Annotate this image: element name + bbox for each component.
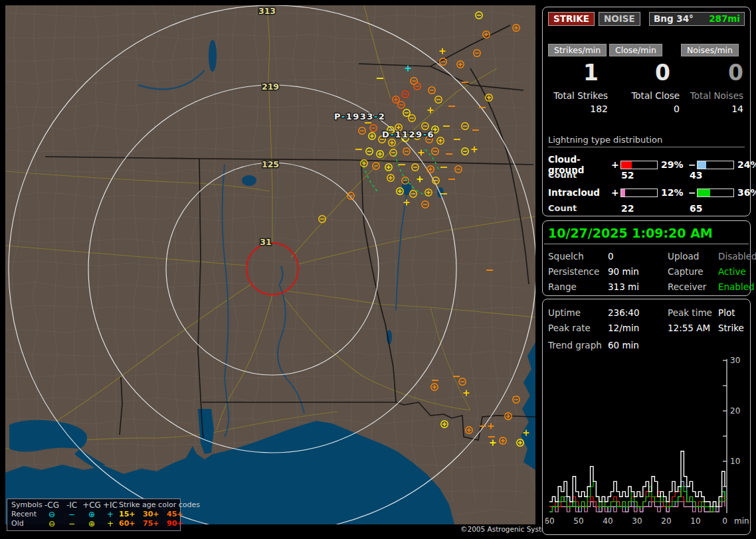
capture-status: Active	[718, 266, 756, 277]
receiver-status: Enabled	[718, 281, 756, 292]
storm-cell-label: P-1933-2	[334, 112, 385, 121]
peak-time-value: 12:55 AM	[668, 323, 718, 333]
noise-indicator-button[interactable]: NOISE	[599, 12, 640, 26]
minus-sign: −	[688, 187, 697, 198]
circle-minus-icon: ⊖	[42, 510, 62, 519]
plus-icon: +	[102, 519, 119, 528]
plot-label: Plot	[718, 307, 745, 318]
intracloud-counts: Count 22 65	[548, 203, 745, 214]
count-label: Count	[548, 170, 621, 181]
ic-negative-pct: 36%	[734, 187, 756, 198]
uptime-label: Uptime	[548, 307, 608, 318]
ic-positive-pct: 12%	[658, 187, 688, 198]
persistence-value: 90 min	[608, 266, 668, 277]
statistics-panel: Uptime 236:40 Peak time Plot Peak rate 1…	[542, 299, 751, 535]
upload-label: Upload	[668, 251, 718, 262]
bar-fill	[698, 189, 710, 196]
trend-graph-chart: 1020306050403020100min	[545, 356, 749, 530]
squelch-label: Squelch	[548, 251, 608, 262]
bar-fill	[621, 189, 625, 196]
legend-col-neg-cg: -CG	[42, 501, 62, 510]
svg-text:min: min	[734, 516, 749, 526]
age-90: 90+	[167, 519, 185, 528]
bar-fill	[621, 161, 632, 169]
noises-per-min-button[interactable]: Noises/min	[681, 44, 739, 56]
range-label: Range	[548, 281, 608, 292]
minus-icon: −	[62, 519, 82, 528]
range-value: 313 mi	[608, 281, 668, 292]
cg-negative-pct: 24%	[734, 159, 756, 170]
strikes-per-min-button[interactable]: Strikes/min	[548, 44, 607, 56]
age-60: 60+	[119, 519, 143, 528]
svg-text:30: 30	[730, 356, 740, 365]
cg-positive-bar	[620, 161, 658, 169]
circle-plus-icon: ⊕	[82, 510, 102, 519]
peak-rate-value: 12/min	[608, 323, 668, 333]
total-noises-label: Total Noises	[681, 90, 745, 101]
ic-positive-bar	[620, 189, 658, 197]
persistence-label: Persistence	[548, 266, 608, 277]
ring-label-31: 31	[260, 237, 271, 247]
total-strikes-value: 182	[548, 104, 609, 114]
svg-text:60: 60	[545, 516, 555, 526]
upload-status: Disabled	[718, 251, 756, 262]
status-panel: 10/27/2025 1:09:20 AM Squelch 0 Upload D…	[542, 220, 751, 296]
bearing-value: Bng 34°	[654, 13, 694, 25]
close-per-min-button[interactable]: Close/min	[609, 44, 662, 56]
trend-graph-value: 60 min	[608, 340, 668, 350]
lightning-map[interactable]: 313 219 125 31 P-1933-2D-1129-6	[5, 5, 535, 524]
cg-positive-count: 52	[621, 170, 690, 181]
bearing-distance-display: Bng 34° 287mi	[649, 12, 745, 26]
ic-positive-count: 22	[621, 203, 690, 214]
legend-col-pos-ic: +IC	[102, 501, 119, 510]
svg-text:20: 20	[730, 406, 740, 416]
ic-negative-count: 65	[690, 203, 745, 214]
svg-text:10: 10	[690, 516, 700, 526]
datetime-display: 10/27/2025 1:09:20 AM	[543, 221, 750, 244]
minus-sign: −	[688, 159, 697, 170]
noises-column: Noises/min 0 Total Noises 14	[681, 43, 745, 114]
strike-indicator-button[interactable]: STRIKE	[548, 12, 595, 26]
legend-recent-label: Recent	[11, 510, 42, 519]
plus-icon: +	[102, 510, 119, 519]
svg-text:10: 10	[730, 457, 740, 466]
cg-negative-bar	[697, 161, 734, 169]
plus-sign: +	[611, 187, 620, 198]
cloud-ground-counts: Count 52 43	[548, 170, 745, 181]
cloud-ground-row: Cloud-ground + 29% − 24%	[548, 154, 745, 165]
distribution-title: Lightning type distribution	[548, 135, 745, 147]
total-strikes-label: Total Strikes	[548, 90, 609, 101]
total-close-value: 0	[609, 104, 681, 114]
distance-value: 287mi	[709, 13, 740, 25]
strikes-per-min-value: 1	[548, 60, 609, 86]
age-45: 45+	[167, 510, 185, 519]
legend-symbols-header: Symbols	[11, 501, 42, 510]
intracloud-row: Intracloud + 12% − 36%	[548, 187, 745, 198]
map-legend: Symbols -CG -IC +CG +IC Strike age color…	[7, 499, 181, 531]
squelch-value: 0	[608, 251, 668, 262]
svg-text:30: 30	[632, 516, 642, 526]
ring-label-125: 125	[262, 159, 279, 169]
bar-fill	[698, 161, 706, 169]
svg-text:50: 50	[573, 516, 583, 526]
legend-col-pos-cg: +CG	[82, 501, 102, 510]
peak-time-label: Peak time	[668, 307, 718, 318]
close-per-min-value: 0	[609, 60, 681, 86]
ic-negative-bar	[697, 189, 734, 197]
age-30: 30+	[143, 510, 167, 519]
capture-label: Capture	[668, 266, 718, 277]
stormtracker-app: 313 219 125 31 P-1933-2D-1129-6 ©2005 As…	[0, 0, 756, 539]
count-label: Count	[548, 203, 621, 214]
uptime-value: 236:40	[608, 307, 668, 318]
trend-graph-label: Trend graph	[548, 340, 608, 350]
cg-positive-pct: 29%	[658, 159, 688, 170]
svg-text:0: 0	[722, 516, 727, 526]
minus-icon: −	[62, 510, 82, 519]
noises-per-min-value: 0	[681, 60, 745, 86]
strikes-column: Strikes/min 1 Total Strikes 182	[548, 43, 609, 114]
map-container: 313 219 125 31 P-1933-2D-1129-6 ©2005 As…	[5, 5, 535, 524]
lightning-distribution: Lightning type distribution Cloud-ground…	[548, 135, 745, 214]
legend-old-label: Old	[11, 519, 42, 528]
plot-type-value: Strike	[718, 323, 745, 333]
storm-cell-label: D-1129-6	[382, 129, 434, 139]
